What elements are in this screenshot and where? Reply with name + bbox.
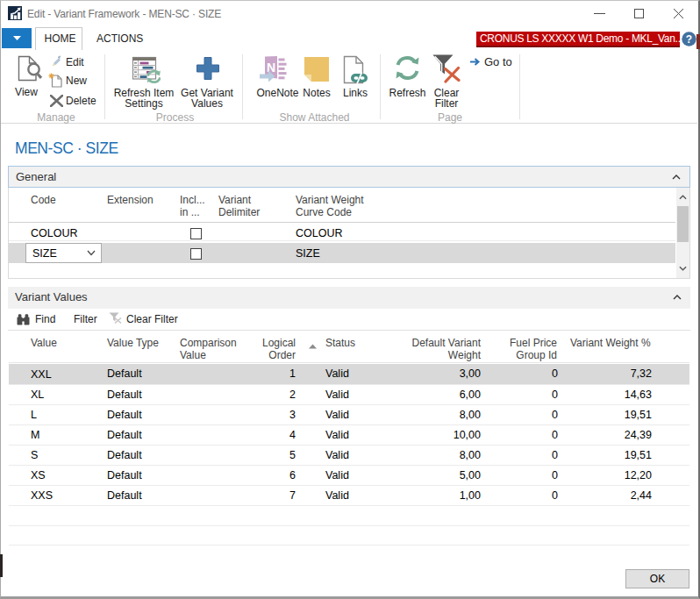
svg-text:?: ?	[686, 33, 692, 46]
svg-text:N: N	[267, 61, 275, 75]
